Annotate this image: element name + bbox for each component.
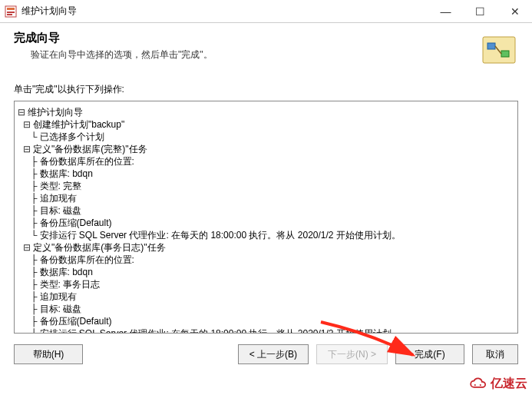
summary-tree[interactable]: ⊟ 维护计划向导 ⊟ 创建维护计划"backup" └ 已选择多个计划 ⊟ 定义…: [14, 101, 518, 334]
svg-rect-2: [7, 12, 15, 13]
tree-task-full: 定义"备份数据库(完整)"任务: [33, 144, 147, 154]
cloud-icon: [468, 375, 489, 392]
tree-type-full: 类型: 完整: [40, 181, 82, 191]
tree-schedule-log: 安排运行 SQL Server 代理作业: 在每天的 18:00:00 执行。将…: [40, 328, 401, 334]
wizard-footer: 帮助(H) < 上一步(B) 下一步(N) > 完成(F) 取消: [0, 338, 532, 370]
watermark: 亿速云: [468, 375, 527, 392]
tree-task-log: 定义"备份数据库(事务日志)"任务: [33, 242, 166, 253]
window-controls: — ☐ ✕: [428, 0, 532, 22]
page-subtitle: 验证在向导中选择的选项，然后单击"完成"。: [14, 48, 480, 61]
window-title: 维护计划向导: [21, 5, 428, 18]
app-icon: [5, 5, 17, 18]
titlebar: 维护计划向导 — ☐ ✕: [0, 0, 532, 23]
back-button[interactable]: < 上一步(B): [238, 344, 309, 364]
svg-rect-1: [7, 8, 15, 10]
tree-append: 追加现有: [40, 193, 77, 204]
content-label: 单击"完成"以执行下列操作:: [14, 83, 518, 96]
finish-button[interactable]: 完成(F): [395, 344, 464, 364]
tree-root: 维护计划向导: [28, 107, 83, 118]
tree-multi-plan: 已选择多个计划: [40, 131, 104, 142]
help-button[interactable]: 帮助(H): [14, 344, 83, 364]
cancel-button[interactable]: 取消: [472, 344, 518, 364]
tree-schedule-full: 安排运行 SQL Server 代理作业: 在每天的 18:00:00 执行。将…: [40, 230, 401, 241]
svg-point-7: [474, 384, 476, 386]
maximize-button[interactable]: ☐: [463, 0, 497, 23]
minimize-button[interactable]: —: [428, 0, 463, 23]
close-button[interactable]: ✕: [497, 0, 532, 23]
svg-rect-4: [483, 37, 515, 63]
content-area: 单击"完成"以执行下列操作: ⊟ 维护计划向导 ⊟ 创建维护计划"backup"…: [0, 77, 532, 338]
wizard-icon: [480, 31, 518, 69]
svg-rect-3: [7, 14, 12, 15]
tree-type-log: 类型: 事务日志: [40, 279, 101, 290]
tree-db-name: 数据库: bdqn: [40, 168, 93, 179]
page-title: 完成向导: [14, 31, 480, 45]
next-button: 下一步(N) >: [316, 344, 388, 364]
tree-append2: 追加现有: [40, 291, 77, 302]
tree-db-name-log: 数据库: bdqn: [40, 267, 93, 277]
tree-compress2: 备份压缩(Default): [40, 316, 112, 327]
tree-target: 目标: 磁盘: [40, 205, 82, 216]
svg-rect-6: [501, 51, 509, 57]
tree-compress: 备份压缩(Default): [40, 217, 112, 228]
svg-point-8: [480, 384, 481, 386]
svg-rect-5: [487, 43, 495, 49]
tree-target2: 目标: 磁盘: [40, 304, 82, 314]
tree-db-location: 备份数据库所在的位置:: [40, 156, 134, 167]
wizard-header: 完成向导 验证在向导中选择的选项，然后单击"完成"。: [0, 23, 532, 77]
tree-db-location2: 备份数据库所在的位置:: [40, 254, 134, 265]
tree-create-plan: 创建维护计划"backup": [33, 119, 124, 130]
watermark-text: 亿速云: [491, 376, 527, 392]
